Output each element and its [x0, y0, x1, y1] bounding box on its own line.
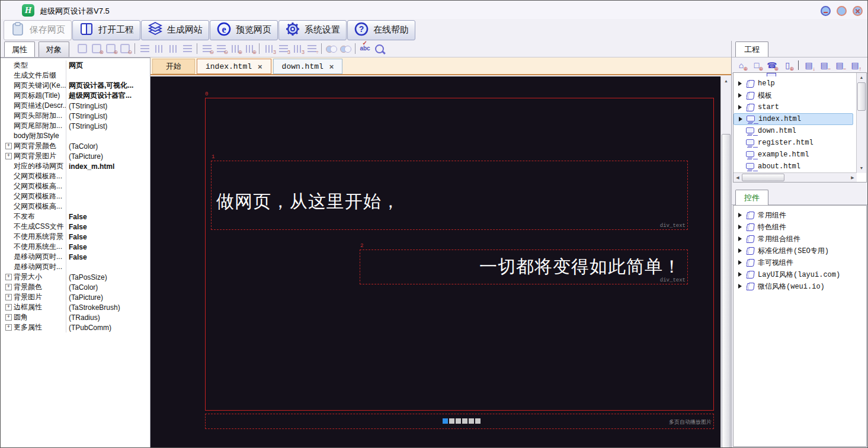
expand-arrow-icon[interactable]: [738, 282, 745, 290]
tree-item[interactable]: 非可视组件: [734, 257, 866, 268]
settings-button[interactable]: 系统设置: [278, 20, 347, 40]
slider-dot[interactable]: [469, 418, 474, 424]
property-row[interactable]: 网页关键词(Ke... 网页设计器,可视化...: [1, 81, 150, 91]
property-row[interactable]: 对应的移动网页 index_m.html: [1, 161, 150, 171]
property-value[interactable]: False: [66, 213, 150, 221]
tree-item[interactable]: 微信风格(weui.io): [734, 280, 866, 292]
expand-icon[interactable]: [5, 143, 12, 149]
expand-icon[interactable]: [5, 304, 12, 311]
text-block[interactable]: 1 做网页，从这里开始， div_text: [211, 161, 688, 230]
tree-item[interactable]: help: [734, 78, 866, 89]
expand-arrow-icon[interactable]: [738, 211, 745, 219]
expand-icon[interactable]: [5, 294, 12, 300]
scrollbar-thumb[interactable]: [722, 134, 731, 448]
maximize-button[interactable]: [837, 6, 847, 16]
property-row[interactable]: 网页背景颜色 (TaColor): [1, 141, 150, 151]
close-button[interactable]: [853, 6, 863, 16]
delete-item-icon[interactable]: ▤ −: [832, 59, 847, 72]
tab-project[interactable]: 工程: [735, 41, 768, 57]
spacing-icon[interactable]: ÷: [305, 42, 319, 55]
property-row[interactable]: 父网页模板路...: [1, 191, 150, 201]
delete-object-icon[interactable]: ⊗: [89, 42, 104, 55]
open-project-button[interactable]: 打开工程: [72, 20, 140, 40]
property-row[interactable]: 不使用系统生... False: [1, 242, 150, 252]
property-row[interactable]: 背景大小 (TaPosSize): [1, 272, 150, 282]
property-value[interactable]: (TPubComm): [66, 324, 150, 332]
move-up-icon[interactable]: ▤ ↑: [847, 59, 863, 72]
move-down-icon[interactable]: ▤ ↓: [801, 59, 816, 72]
generate-site-button[interactable]: 生成网站: [141, 20, 209, 40]
property-row[interactable]: body附加Style: [1, 131, 150, 141]
expand-arrow-icon[interactable]: [738, 103, 745, 111]
tree-vertical-scrollbar[interactable]: ▲ ▼: [856, 73, 866, 173]
minimize-button[interactable]: [821, 6, 831, 16]
same-size-icon[interactable]: 3: [290, 42, 305, 55]
property-value[interactable]: (TaStrokeBrush): [66, 303, 150, 312]
spellcheck-icon[interactable]: abc: [358, 42, 372, 55]
property-row[interactable]: 更多属性 (TPubComm): [1, 322, 150, 332]
slider-dot[interactable]: [475, 418, 481, 424]
slider-dot[interactable]: [462, 418, 467, 424]
property-value[interactable]: 超级网页设计器官...: [66, 91, 150, 101]
property-row[interactable]: 网页标题(Title) 超级网页设计器官...: [1, 91, 150, 101]
tab-down-html[interactable]: down.html ×: [273, 59, 343, 74]
distribute-v-icon[interactable]: ⊕: [228, 42, 242, 55]
property-row[interactable]: 网页头部附加... (TStringList): [1, 111, 150, 121]
scroll-up-icon[interactable]: ▲: [721, 76, 731, 86]
expand-icon[interactable]: [5, 314, 12, 321]
property-value[interactable]: False: [66, 223, 150, 231]
property-row[interactable]: 父网页模板路...: [1, 171, 150, 181]
property-value[interactable]: (TStringList): [66, 112, 150, 120]
align-justify-icon[interactable]: [180, 42, 194, 55]
tree-item[interactable]: 模板: [734, 89, 866, 101]
expand-arrow-icon[interactable]: [738, 235, 745, 243]
property-row[interactable]: 是移动网页时...: [1, 262, 150, 272]
expand-icon[interactable]: [5, 324, 12, 331]
tab-objects[interactable]: 对象: [39, 41, 69, 57]
expand-icon[interactable]: [5, 284, 12, 290]
property-row[interactable]: 生成文件后缀: [1, 71, 150, 81]
slider-dot[interactable]: [449, 418, 454, 424]
text-block[interactable]: 2 一切都将变得如此简单！ div_text: [360, 249, 688, 284]
new-site-icon[interactable]: ⌂ ⊕: [734, 59, 749, 72]
scrollbar-thumb[interactable]: [742, 174, 784, 181]
property-value[interactable]: False: [66, 253, 150, 261]
new-folder-icon[interactable]: ▯ ⊕: [780, 59, 795, 72]
expand-icon[interactable]: [5, 153, 12, 159]
property-row[interactable]: 圆角 (TRadius): [1, 312, 150, 322]
property-row[interactable]: 边框属性 (TaStrokeBrush): [1, 302, 150, 312]
save-page-button[interactable]: 保存网页: [4, 20, 72, 40]
tab-properties[interactable]: 属性: [4, 41, 35, 57]
tab-index-html[interactable]: index.html ×: [197, 59, 271, 74]
align-center-icon[interactable]: [152, 42, 166, 55]
design-canvas[interactable]: 0 1 做网页，从这里开始， div_text 2 一切都将变得如此简单！ di…: [150, 76, 720, 448]
property-value[interactable]: (TaPosSize): [66, 273, 150, 281]
property-row[interactable]: 是移动网页时... False: [1, 252, 150, 262]
expand-arrow-icon[interactable]: [739, 115, 746, 123]
expand-arrow-icon[interactable]: [738, 223, 745, 231]
expand-arrow-icon[interactable]: [738, 247, 745, 255]
property-value[interactable]: (TaColor): [66, 142, 150, 151]
slider-dot[interactable]: [443, 418, 448, 424]
scroll-up-icon[interactable]: ▲: [857, 73, 866, 82]
send-back-icon[interactable]: [75, 42, 89, 55]
close-tab-icon[interactable]: ×: [258, 62, 262, 71]
tree-item[interactable]: start: [734, 101, 866, 113]
property-value[interactable]: 网页: [66, 60, 150, 71]
same-width-icon[interactable]: 3: [262, 42, 276, 55]
slider-dot[interactable]: [456, 418, 461, 424]
property-row[interactable]: 背景颜色 (TaColor): [1, 282, 150, 292]
align-right-icon[interactable]: [166, 42, 180, 55]
property-value[interactable]: (TaPicture): [66, 152, 150, 161]
property-value[interactable]: (TRadius): [66, 313, 150, 322]
tree-item[interactable]: 常用组件: [734, 209, 866, 221]
expand-arrow-icon[interactable]: [738, 258, 745, 267]
align-left-icon[interactable]: [137, 42, 152, 55]
property-row[interactable]: 不发布 False: [1, 212, 150, 222]
tree-item[interactable]: about.html: [734, 161, 866, 172]
expand-arrow-icon[interactable]: [738, 79, 745, 88]
align-top-icon[interactable]: ⊖: [200, 42, 214, 55]
expand-arrow-icon[interactable]: [738, 91, 745, 100]
expand-arrow-icon[interactable]: [738, 270, 745, 279]
property-value[interactable]: False: [66, 233, 150, 241]
